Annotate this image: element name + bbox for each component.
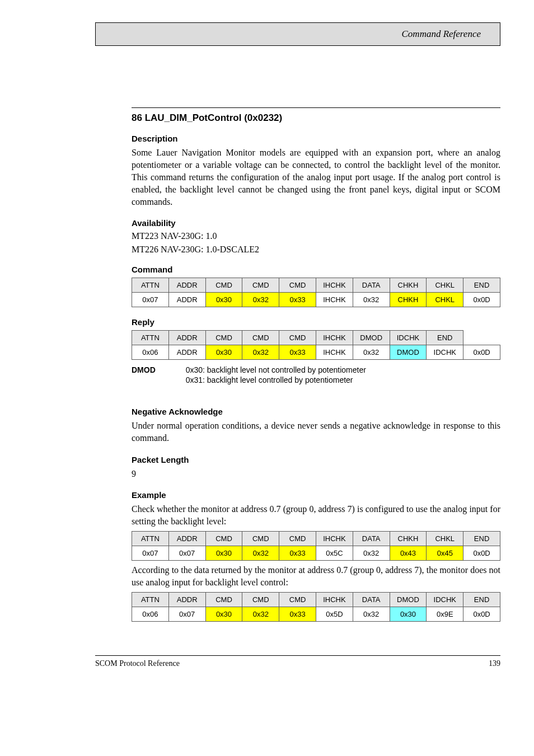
- example-reply-table: ATTN ADDR CMD CMD CMD IHCHK DATA DMOD ID…: [132, 592, 500, 622]
- table-header-row: ATTN ADDR CMD CMD CMD IHCHK DATA CHKH CH…: [132, 278, 500, 293]
- label-command: Command: [132, 265, 500, 274]
- td: 0x07: [168, 607, 205, 621]
- td: 0x32: [353, 293, 390, 307]
- td: 0x32: [353, 607, 390, 621]
- td: 0x32: [242, 345, 279, 360]
- td: 0x30: [205, 293, 242, 307]
- td: 0x5D: [316, 607, 353, 621]
- table-header-row: ATTN ADDR CMD CMD CMD IHCHK DATA CHKH CH…: [132, 531, 500, 546]
- footer-page-number: 139: [489, 659, 500, 668]
- td: 0x32: [242, 546, 279, 560]
- table-row: 0x07 0x07 0x30 0x32 0x33 0x5C 0x32 0x43 …: [132, 546, 500, 560]
- td: 0x30: [205, 607, 242, 621]
- td: 0x32: [242, 607, 279, 621]
- td: 0x5C: [316, 546, 353, 560]
- td: 0x0D: [463, 345, 500, 360]
- th: IDCHK: [390, 331, 427, 345]
- label-example: Example: [132, 490, 500, 500]
- th: CHKH: [390, 531, 427, 546]
- field-name: DMOD: [132, 365, 156, 374]
- td: 0x32: [242, 293, 279, 307]
- th: CMD: [205, 592, 242, 607]
- td: DMOD: [390, 345, 427, 360]
- label-availability: Availability: [132, 218, 500, 228]
- label-packet-length: Packet Length: [132, 455, 500, 464]
- td: 0x30: [205, 345, 242, 360]
- td: 0x33: [279, 607, 316, 621]
- td: 0x33: [279, 546, 316, 560]
- description-text: Some Lauer Navigation Monitor models are…: [132, 147, 500, 208]
- th: END: [427, 331, 463, 345]
- page-footer: SCOM Protocol Reference 139: [95, 659, 500, 668]
- td: 0x30: [390, 607, 427, 621]
- td: CHKH: [390, 293, 427, 307]
- header-title: Command Reference: [402, 29, 481, 40]
- th: CMD: [242, 592, 279, 607]
- td: 0x32: [353, 345, 390, 360]
- section-title: 86 LAU_DIM_PotControl (0x0232): [132, 112, 500, 124]
- th: CMD: [205, 278, 242, 293]
- th: CMD: [242, 278, 279, 293]
- td: 0x30: [205, 546, 242, 560]
- td: 0x07: [132, 546, 169, 560]
- th: ADDR: [168, 278, 205, 293]
- field-row: DMOD 0x31: backlight level controlled by…: [132, 375, 500, 384]
- td: IHCHK: [316, 293, 353, 307]
- section-divider: [132, 107, 500, 108]
- th: DATA: [353, 592, 390, 607]
- td: 0x06: [132, 607, 169, 621]
- field-value-1: 0x30: backlight level not controlled by …: [186, 365, 366, 374]
- td: 0x06: [132, 345, 169, 360]
- label-reply: Reply: [132, 317, 500, 327]
- table-header-row: ATTN ADDR CMD CMD CMD IHCHK DATA DMOD ID…: [132, 592, 500, 607]
- th: CMD: [279, 278, 316, 293]
- td: 0x0D: [463, 293, 500, 307]
- td: 0x45: [427, 546, 463, 560]
- th: IHCHK: [316, 592, 353, 607]
- th: ATTN: [132, 278, 169, 293]
- packet-length-value: 9: [132, 468, 500, 480]
- th: CMD: [279, 531, 316, 546]
- th: END: [463, 278, 500, 293]
- th: END: [463, 592, 500, 607]
- example-command-table: ATTN ADDR CMD CMD CMD IHCHK DATA CHKH CH…: [132, 531, 500, 561]
- th: ATTN: [132, 592, 169, 607]
- th: CMD: [242, 331, 279, 345]
- th: DMOD: [353, 331, 390, 345]
- td: 0x33: [279, 293, 316, 307]
- firmware-line-2: MT226 NAV-230G: 1.0-DSCALE2: [132, 245, 500, 255]
- table-header-row: ATTN ADDR CMD CMD CMD IHCHK DMOD IDCHK E…: [132, 331, 500, 345]
- example-intro: Check whether the monitor at address 0.7…: [132, 503, 500, 528]
- th: CMD: [205, 331, 242, 345]
- table-row: 0x06 ADDR 0x30 0x32 0x33 IHCHK 0x32 DMOD…: [132, 345, 500, 360]
- th: IHCHK: [316, 331, 353, 345]
- page-header: Command Reference: [95, 22, 500, 46]
- th: ADDR: [168, 531, 205, 546]
- th: DMOD: [390, 592, 427, 607]
- th: ATTN: [132, 531, 169, 546]
- td: 0x07: [132, 293, 169, 307]
- td: 0x0D: [463, 546, 500, 560]
- th: CMD: [279, 592, 316, 607]
- td: 0x9E: [427, 607, 463, 621]
- td: ADDR: [168, 293, 205, 307]
- td: IDCHK: [427, 345, 463, 360]
- td: 0x07: [168, 546, 205, 560]
- example-reply-intro: According to the data returned by the mo…: [132, 564, 500, 589]
- th: CMD: [205, 531, 242, 546]
- field-value-2: 0x31: backlight level controlled by pote…: [186, 375, 353, 384]
- th: IHCHK: [316, 531, 353, 546]
- th: DATA: [353, 278, 390, 293]
- td: IHCHK: [316, 345, 353, 360]
- firmware-line-1: MT223 NAV-230G: 1.0: [132, 231, 500, 241]
- th: IDCHK: [427, 592, 463, 607]
- th: ADDR: [168, 592, 205, 607]
- th: CMD: [242, 531, 279, 546]
- reply-table: ATTN ADDR CMD CMD CMD IHCHK DMOD IDCHK E…: [132, 330, 500, 360]
- th: CHKH: [390, 278, 427, 293]
- td: ADDR: [168, 345, 205, 360]
- field-row: DMOD 0x30: backlight level not controlle…: [132, 365, 500, 374]
- label-description: Description: [132, 134, 500, 143]
- td: 0x43: [390, 546, 427, 560]
- nak-text: Under normal operation conditions, a dev…: [132, 420, 500, 444]
